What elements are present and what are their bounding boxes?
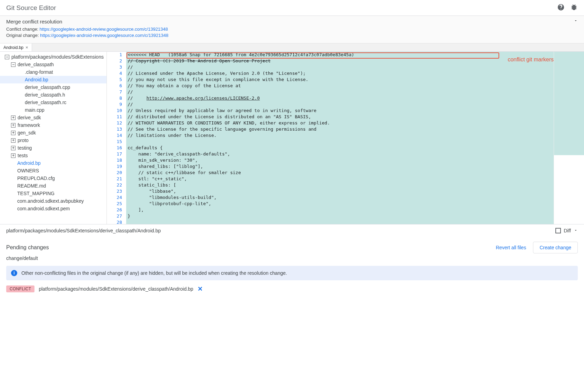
line-gutter: 1234567891011121314151617181920212223242… bbox=[107, 52, 126, 224]
code-line[interactable]: // bbox=[128, 89, 554, 95]
code-line[interactable]: stl: "c++_static", bbox=[128, 176, 554, 182]
tree-item[interactable]: main.cpp bbox=[0, 106, 107, 114]
code-area[interactable]: conflict git markers <<<<<<< HEAD (1058a… bbox=[126, 52, 554, 224]
tree-item[interactable]: +proto bbox=[0, 137, 107, 144]
code-line[interactable]: shared_libs: ["liblog"], bbox=[128, 163, 554, 170]
change-default-label: change/default bbox=[0, 255, 584, 266]
original-change-row: Original change: https://googleplex-andr… bbox=[6, 33, 578, 38]
tree-item[interactable]: README.md bbox=[0, 182, 107, 190]
expand-icon[interactable]: + bbox=[11, 146, 16, 150]
code-line[interactable]: cc_defaults { bbox=[128, 145, 554, 151]
dropdown-icon[interactable] bbox=[574, 228, 578, 233]
expand-icon[interactable]: + bbox=[11, 115, 16, 120]
line-number: 12 bbox=[107, 120, 122, 126]
tree-item[interactable]: +tests bbox=[0, 152, 107, 159]
revert-all-button[interactable]: Revert all files bbox=[496, 245, 526, 250]
conflict-change-row: Conflict change: https://googleplex-andr… bbox=[6, 27, 578, 32]
tree-item[interactable]: com.android.sdkext.avbpubkey bbox=[0, 197, 107, 205]
tree-item-label: tests bbox=[18, 153, 28, 158]
code-line[interactable]: // WITHOUT WARRANTIES OR CONDITIONS OF A… bbox=[128, 120, 554, 126]
tree-item[interactable]: derive_classpath.cpp bbox=[0, 83, 107, 91]
tree-item-label: README.md bbox=[17, 183, 46, 189]
bug-icon[interactable] bbox=[570, 3, 578, 12]
code-line[interactable]: // Unless required by applicable law or … bbox=[128, 108, 554, 114]
code-line[interactable]: "libprotobuf-cpp-lite", bbox=[128, 201, 554, 207]
conflict-change-link[interactable]: https://googleplex-android-review.google… bbox=[40, 27, 168, 32]
code-line[interactable]: "libmodules-utils-build", bbox=[128, 194, 554, 201]
conflict-file-row: CONFLICT platform/packages/modules/SdkEx… bbox=[0, 285, 584, 299]
info-banner: i Other non-conflicting files in the ori… bbox=[6, 266, 578, 280]
tree-item[interactable]: −platform/packages/modules/SdkExtensions bbox=[0, 53, 107, 61]
tree-item-label: main.cpp bbox=[25, 107, 44, 113]
original-change-link[interactable]: https://googleplex-android-review.google… bbox=[40, 33, 168, 38]
code-line[interactable]: <<<<<<< HEAD (1058a6 Snap for 7216685 fr… bbox=[128, 52, 554, 58]
remove-conflict-icon[interactable]: ✕ bbox=[198, 285, 203, 293]
line-number: 7 bbox=[107, 89, 122, 95]
tab-android-bp[interactable]: Android.bp × bbox=[0, 43, 32, 51]
code-line[interactable]: // limitations under the License. bbox=[128, 132, 554, 139]
line-number: 14 bbox=[107, 132, 122, 139]
code-line[interactable]: // static c++/libbase for smaller size bbox=[128, 170, 554, 176]
tree-item[interactable]: OWNERS bbox=[0, 167, 107, 174]
line-number: 8 bbox=[107, 95, 122, 101]
collapse-icon[interactable] bbox=[574, 19, 578, 24]
tree-item[interactable]: derive_classpath.rc bbox=[0, 99, 107, 106]
tree-item-label: derive_classpath.h bbox=[25, 92, 65, 98]
code-line[interactable]: // Licensed under the Apache License, Ve… bbox=[128, 70, 554, 77]
file-tree[interactable]: −platform/packages/modules/SdkExtensions… bbox=[0, 52, 107, 224]
code-link[interactable]: http://www.apache.org/licenses/LICENSE-2… bbox=[147, 96, 260, 101]
tree-item[interactable]: PREUPLOAD.cfg bbox=[0, 174, 107, 182]
tree-item-label: Android.bp bbox=[25, 77, 48, 82]
tree-item[interactable]: com.android.sdkext.pem bbox=[0, 205, 107, 212]
code-line[interactable]: // bbox=[128, 64, 554, 70]
code-line[interactable]: // you may not use this file except in c… bbox=[128, 77, 554, 83]
collapse-icon[interactable]: − bbox=[5, 55, 9, 59]
info-text: Other non-conflicting files in the origi… bbox=[21, 270, 287, 276]
code-line[interactable]: min_sdk_version: "30", bbox=[128, 157, 554, 163]
expand-icon[interactable]: + bbox=[11, 138, 16, 143]
line-number: 3 bbox=[107, 64, 122, 70]
tree-item[interactable]: −derive_classpath bbox=[0, 61, 107, 68]
code-line[interactable] bbox=[128, 139, 554, 145]
code-line[interactable]: ], bbox=[128, 207, 554, 213]
line-number: 13 bbox=[107, 126, 122, 132]
code-line[interactable]: name: "derive_classpath-defaults", bbox=[128, 151, 554, 157]
create-change-button[interactable]: Create change bbox=[533, 242, 578, 253]
tab-bar: Android.bp × bbox=[0, 43, 584, 52]
tree-item-label: com.android.sdkext.avbpubkey bbox=[17, 198, 84, 204]
code-line[interactable]: // You may obtain a copy of the License … bbox=[128, 83, 554, 89]
tree-item-label: PREUPLOAD.cfg bbox=[17, 175, 55, 181]
help-icon[interactable] bbox=[557, 3, 565, 12]
line-number: 16 bbox=[107, 145, 122, 151]
code-line[interactable]: // See the License for the specific lang… bbox=[128, 126, 554, 132]
tree-item[interactable]: +testing bbox=[0, 144, 107, 152]
code-line[interactable]: static_libs: [ bbox=[128, 182, 554, 188]
code-line[interactable]: "libbase", bbox=[128, 188, 554, 194]
line-number: 20 bbox=[107, 170, 122, 176]
tree-item[interactable]: Android.bp bbox=[0, 76, 107, 83]
tree-item[interactable]: +framework bbox=[0, 121, 107, 129]
diff-checkbox[interactable] bbox=[555, 228, 561, 233]
tree-item-label: gen_sdk bbox=[18, 130, 36, 135]
info-icon: i bbox=[11, 270, 17, 276]
code-line[interactable]: } bbox=[128, 213, 554, 219]
collapse-icon[interactable]: − bbox=[11, 62, 16, 67]
minimap[interactable] bbox=[554, 52, 584, 224]
tree-item[interactable]: Android.bp bbox=[0, 159, 107, 167]
code-line[interactable]: // http://www.apache.org/licenses/LICENS… bbox=[128, 95, 554, 101]
code-line[interactable]: // Copyright (C) 2019 The Android Open S… bbox=[128, 58, 554, 64]
code-line[interactable]: // distributed under the License is dist… bbox=[128, 114, 554, 120]
tree-item[interactable]: derive_classpath.h bbox=[0, 91, 107, 99]
tree-item[interactable]: +gen_sdk bbox=[0, 129, 107, 137]
tree-item[interactable]: +derive_sdk bbox=[0, 114, 107, 121]
close-icon[interactable]: × bbox=[26, 45, 28, 50]
expand-icon[interactable]: + bbox=[11, 131, 16, 135]
line-number: 10 bbox=[107, 108, 122, 114]
tree-item[interactable]: .clang-format bbox=[0, 68, 107, 76]
code-line[interactable]: // bbox=[128, 101, 554, 108]
expand-icon[interactable]: + bbox=[11, 123, 16, 128]
expand-icon[interactable]: + bbox=[11, 153, 16, 158]
code-editor[interactable]: 1234567891011121314151617181920212223242… bbox=[107, 52, 584, 224]
code-line[interactable] bbox=[128, 219, 554, 224]
tree-item[interactable]: TEST_MAPPING bbox=[0, 190, 107, 197]
